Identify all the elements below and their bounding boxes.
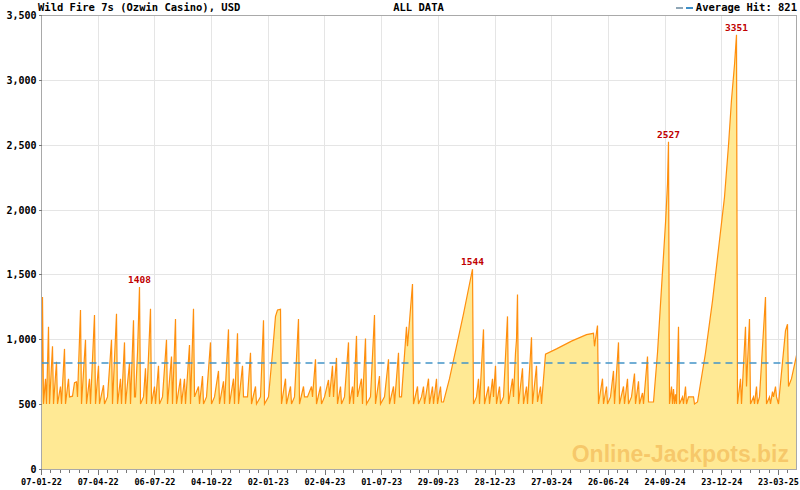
x-tick-label: 26-06-24 [588, 477, 629, 487]
y-tick-label: 1,000 [6, 334, 36, 345]
peak-label: 3351 [725, 22, 748, 33]
x-tick-label: 07-01-22 [21, 477, 62, 487]
x-tick-label: 06-07-22 [134, 477, 175, 487]
x-tick-label: 01-07-23 [361, 477, 402, 487]
average-legend-label: Average Hit: 821 [696, 1, 797, 14]
x-tick-label: 29-09-23 [418, 477, 459, 487]
y-tick-label: 2,500 [6, 140, 36, 151]
y-tick-label: 3,000 [6, 75, 36, 86]
average-legend: Average Hit: 821 [676, 1, 797, 14]
x-tick-label: 27-03-24 [531, 477, 572, 487]
x-tick-label: 02-01-23 [248, 477, 289, 487]
y-tick-label: 2,000 [6, 205, 36, 216]
x-tick-label: 28-12-23 [475, 477, 516, 487]
y-tick-label: 1,500 [6, 269, 36, 280]
x-tick-label: 02-04-23 [305, 477, 346, 487]
peak-label: 1544 [461, 256, 484, 267]
peak-label: 2527 [657, 129, 680, 140]
legend-dash-icon [686, 7, 693, 9]
y-tick-label: 500 [18, 399, 36, 410]
jackpot-history-chart: 140815442527335107-01-2207-04-2206-07-22… [0, 0, 800, 490]
x-tick-label: 23-12-24 [701, 477, 742, 487]
watermark: Online-Jackpots.biz [572, 441, 789, 468]
x-tick-label: 04-10-22 [191, 477, 232, 487]
y-tick-label: 3,500 [6, 10, 36, 21]
x-tick-label: 23-03-25 [758, 477, 799, 487]
plot-area: 140815442527335107-01-2207-04-2206-07-22… [6, 10, 799, 487]
chart-canvas: 140815442527335107-01-2207-04-2206-07-22… [0, 0, 800, 490]
peak-label: 1408 [128, 274, 151, 285]
x-tick-label: 07-04-22 [78, 477, 119, 487]
legend-dash-icon [676, 7, 683, 9]
y-tick-label: 0 [30, 464, 36, 475]
x-tick-label: 24-09-24 [645, 477, 686, 487]
